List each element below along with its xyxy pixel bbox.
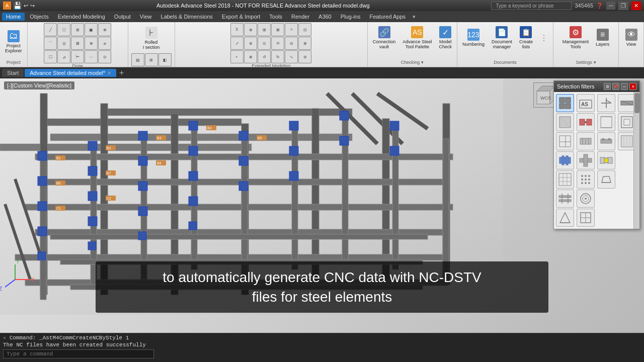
ribbon-btn-ext-8[interactable]: ⊚ (244, 37, 257, 50)
ribbon-btn-layers[interactable]: ≡ Layers (593, 23, 612, 52)
ribbon-btn-project-explorer[interactable]: 🗂 ProjectExplorer (2, 27, 25, 57)
ribbon-btn-obj-2[interactable]: ⊞ (145, 53, 158, 66)
ribbon-btn-draw-7[interactable]: ◎ (57, 37, 70, 50)
tab-model[interactable]: Advance Steel detailed model* ✕ (25, 69, 116, 77)
tab-add-btn[interactable]: + (117, 68, 126, 77)
sf-btn-fitting[interactable] (597, 151, 615, 169)
ribbon-btn-advance-steel-palette[interactable]: AS Advance SteelTool Palette (399, 23, 435, 52)
sf-btn-trapezoidal[interactable] (597, 170, 615, 189)
ribbon-btn-draw-4[interactable]: ▣ (85, 23, 98, 36)
ribbon-btn-draw-6[interactable]: ⌒ (44, 37, 57, 50)
help-btn[interactable]: ❓ (596, 3, 603, 9)
sf-btn-all[interactable] (556, 94, 574, 112)
sf-btn-section2[interactable] (577, 209, 595, 227)
menu-featured[interactable]: Featured Apps (366, 13, 410, 21)
menu-objects[interactable]: Objects (26, 13, 52, 21)
ribbon-btn-ext-11[interactable]: ⊝ (285, 37, 298, 50)
sf-titlebar[interactable]: Selection filters ⚙ 📌 ─ ✕ (554, 81, 639, 92)
ribbon-btn-draw-15[interactable]: ⊙ (98, 50, 111, 63)
quick-access-redo[interactable]: ↪ (30, 3, 35, 9)
menu-extended-modeling[interactable]: Extended Modeling (54, 13, 109, 21)
sf-btn-plate[interactable] (556, 113, 574, 131)
sf-btn-plate2[interactable] (597, 113, 615, 131)
close-btn[interactable]: ✕ (631, 2, 641, 10)
ribbon-btn-draw-2[interactable]: ⬡ (57, 23, 70, 36)
search-box[interactable]: Type a keyword or phrase (491, 2, 572, 10)
ribbon-btn-ext-2[interactable]: ⊕ (244, 23, 257, 36)
sf-btn-special1[interactable] (556, 132, 574, 150)
ribbon-btn-ext-13[interactable]: ╸ (230, 50, 244, 63)
menu-home[interactable]: Home (2, 13, 25, 21)
menu-a360[interactable]: A360 (314, 13, 336, 21)
sf-btn-grid[interactable] (556, 170, 574, 189)
ribbon-btn-draw-9[interactable]: ⊗ (85, 37, 98, 50)
ribbon-btn-ext-10[interactable]: ⧈ (271, 37, 284, 50)
sf-btn-section1[interactable] (556, 209, 574, 227)
ribbon-btn-documents-more[interactable]: ⋮ (537, 23, 551, 52)
ribbon-btn-obj-3[interactable]: ◧ (158, 53, 172, 66)
sf-btn-blue1[interactable] (556, 151, 574, 169)
sf-close-btn[interactable]: ✕ (629, 83, 636, 90)
ribbon-btn-ext-5[interactable]: ⌗ (285, 23, 298, 36)
ribbon-btn-connection-vault[interactable]: 🔗 Connectionvault (370, 23, 399, 52)
sf-settings-btn[interactable]: ⚙ (604, 83, 611, 90)
sf-pin-btn[interactable]: 📌 (612, 83, 619, 90)
ribbon-btn-draw-14[interactable]: ⋯ (85, 50, 98, 63)
sf-btn-dots[interactable] (577, 170, 595, 189)
menu-render[interactable]: Render (287, 13, 313, 21)
ribbon-btn-view[interactable]: 👁 View (622, 23, 640, 52)
sf-btn-purlin[interactable] (597, 132, 615, 150)
ribbon-btn-ext-18[interactable]: ⊘ (298, 50, 311, 63)
sf-btn-grating[interactable] (577, 132, 595, 150)
ribbon-btn-draw-12[interactable]: ⊿ (57, 50, 70, 63)
menu-labels[interactable]: Labels & Dimensions (157, 13, 217, 21)
ribbon-btn-draw-8[interactable]: ⊠ (71, 37, 84, 50)
ribbon-btn-draw-10[interactable]: ⌀ (98, 37, 111, 50)
sf-scrollbar[interactable] (633, 92, 639, 229)
tab-model-close[interactable]: ✕ (107, 70, 111, 76)
ribbon-btn-numbering[interactable]: 123 Numbering (459, 23, 488, 52)
sf-btn-cross1[interactable] (577, 151, 595, 169)
ribbon-btn-ext-14[interactable]: ⊗ (244, 50, 257, 63)
command-input[interactable] (3, 349, 154, 358)
quick-access-save[interactable]: 💾 (13, 2, 22, 10)
ribbon-btn-management-tools[interactable]: ⚙ ManagementTools (559, 23, 592, 52)
sf-btn-rebar1[interactable] (556, 190, 574, 208)
ribbon-btn-ext-15[interactable]: ↺ (258, 50, 271, 63)
sf-btn-axis[interactable] (597, 94, 615, 112)
ribbon-btn-draw-13[interactable]: ⊢ (71, 50, 84, 63)
ribbon-btn-ext-3[interactable]: ⊞ (258, 23, 271, 36)
ribbon-btn-ext-1[interactable]: ⧖ (230, 23, 244, 36)
menu-plugins[interactable]: Plug-ins (337, 13, 365, 21)
ribbon-btn-draw-11[interactable]: ☐ (44, 50, 57, 63)
menu-export[interactable]: Export & Import (218, 13, 264, 21)
quick-access-undo[interactable]: ↩ (24, 3, 28, 9)
cmd-close-btn[interactable]: ✕ (3, 335, 6, 341)
sf-scroll-thumb[interactable] (634, 93, 639, 113)
tab-start[interactable]: Start (2, 69, 24, 77)
sf-btn-rebar2[interactable] (577, 190, 595, 208)
ribbon-btn-draw-3[interactable]: ⊞ (71, 23, 84, 36)
ribbon-btn-create-lists[interactable]: 📋 Createlists (516, 23, 536, 52)
menu-view[interactable]: View (136, 13, 156, 21)
ribbon-btn-document-manager[interactable]: 📄 Documentmanager (489, 23, 515, 52)
menu-tools[interactable]: Tools (265, 13, 286, 21)
ribbon-btn-ext-12[interactable]: ⊕ (298, 37, 311, 50)
ribbon-btn-model-check[interactable]: ✓ ModelCheck (436, 23, 455, 52)
ribbon-btn-draw-1[interactable]: ╱ (44, 23, 57, 36)
ribbon-btn-ext-7[interactable]: ⤢ (230, 37, 244, 50)
ribbon-btn-ext-16[interactable]: ↻ (271, 50, 284, 63)
ribbon-btn-ext-4[interactable]: ⊠ (271, 23, 284, 36)
restore-btn[interactable]: ❐ (618, 2, 628, 10)
ribbon-btn-ext-9[interactable]: ⊙ (258, 37, 271, 50)
ribbon-btn-draw-5[interactable]: ⊕ (98, 23, 111, 36)
ribbon-btn-ext-6[interactable]: ⊡ (298, 23, 311, 36)
menu-output[interactable]: Output (110, 13, 135, 21)
sf-minimize-btn[interactable]: ─ (621, 83, 628, 90)
sf-btn-text[interactable]: AS (577, 94, 595, 112)
minimize-btn[interactable]: ─ (606, 2, 615, 10)
sf-btn-connection[interactable] (577, 113, 595, 131)
ribbon-btn-obj-1[interactable]: ▤ (131, 53, 144, 66)
ribbon-btn-ext-17[interactable]: ⤡ (285, 50, 298, 63)
ribbon-btn-rolled-i[interactable]: ⊦ RolledI section (140, 23, 163, 53)
